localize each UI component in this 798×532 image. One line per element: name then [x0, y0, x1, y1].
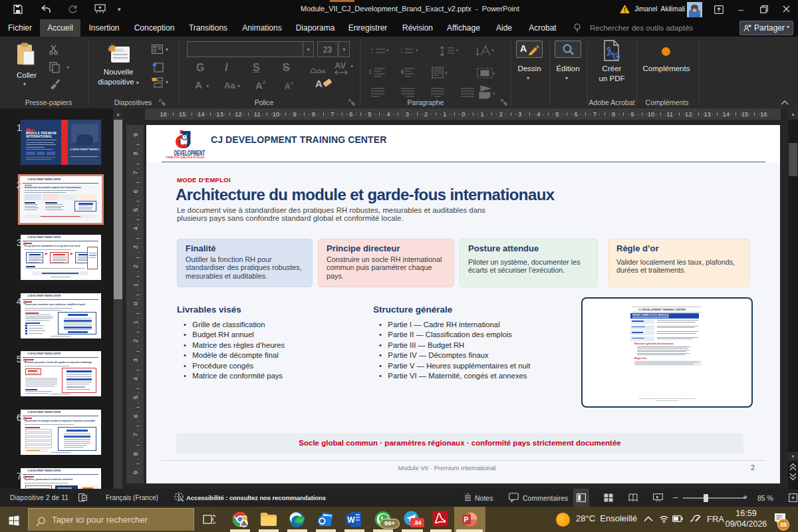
svg-text:W: W: [347, 515, 355, 525]
svg-text:▾: ▾: [445, 70, 448, 75]
svg-text:▾: ▾: [416, 48, 418, 53]
svg-text:P: P: [464, 515, 469, 523]
svg-text:▾: ▾: [386, 48, 389, 53]
svg-text:▾: ▾: [493, 71, 495, 76]
svg-text:▾: ▾: [456, 48, 459, 53]
svg-text:▾: ▾: [491, 48, 494, 53]
svg-text:▾: ▾: [493, 91, 495, 96]
